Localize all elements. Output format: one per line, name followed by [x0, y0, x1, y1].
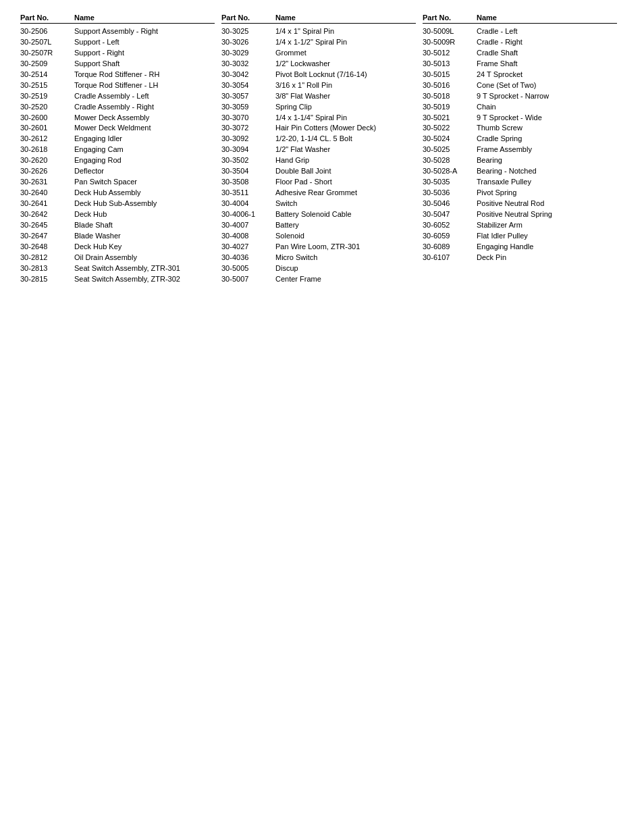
part-name: Blade Shaft	[74, 220, 113, 231]
table-row: 30-30573/8" Flat Washer	[221, 91, 416, 102]
part-name: Support - Left	[74, 37, 119, 48]
part-name: Battery Solenoid Cable	[275, 209, 352, 220]
table-row: 30-50219 T Sprocket - Wide	[423, 113, 617, 124]
table-row: 30-2509Support Shaft	[20, 59, 215, 70]
table-row: 30-5035Transaxle Pulley	[423, 177, 617, 188]
table-row: 30-5007Center Frame	[221, 274, 416, 285]
part-number: 30-4036	[221, 253, 275, 263]
part-name: Grommet	[275, 48, 306, 59]
part-number: 30-5021	[423, 113, 477, 124]
part-name: Frame Assembly	[477, 145, 532, 155]
part-number: 30-4008	[221, 231, 275, 242]
part-name: 9 T Sprocket - Narrow	[477, 91, 549, 102]
table-row: 30-3072Hair Pin Cotters (Mower Deck)	[221, 123, 416, 134]
table-row: 30-5022Thumb Screw	[423, 123, 617, 134]
table-row: 30-2515Torque Rod Stiffener - LH	[20, 80, 215, 91]
table-row: 30-3504Double Ball Joint	[221, 166, 416, 177]
table-row: 30-2618Engaging Cam	[20, 145, 215, 155]
table-row: 30-50189 T Sprocket - Narrow	[423, 91, 617, 102]
table-row: 30-2600Mower Deck Assembly	[20, 113, 215, 124]
part-number: 30-3042	[221, 70, 275, 80]
table-row: 30-2612Engaging Idler	[20, 134, 215, 145]
column-2: Part No.Name30-30251/4 x 1" Spiral Pin30…	[221, 14, 423, 285]
table-row: 30-2601Mower Deck Weldment	[20, 123, 215, 134]
part-name: 1/2-20, 1-1/4 CL. 5 Bolt	[275, 134, 352, 145]
table-row: 30-2631Pan Switch Spacer	[20, 177, 215, 188]
part-name: Solenoid	[275, 231, 304, 242]
part-number: 30-6107	[423, 253, 477, 263]
part-name: Spring Clip	[275, 102, 312, 113]
part-number: 30-2815	[20, 274, 74, 285]
part-number: 30-2601	[20, 123, 74, 134]
table-row: 30-2642Deck Hub	[20, 209, 215, 220]
part-number: 30-3057	[221, 91, 275, 102]
part-name: Frame Shaft	[477, 59, 518, 70]
table-row: 30-30543/16 x 1" Roll Pin	[221, 80, 416, 91]
table-row: 30-30921/2-20, 1-1/4 CL. 5 Bolt	[221, 134, 416, 145]
part-name: Support - Right	[74, 48, 124, 59]
part-name: Seat Switch Assembly, ZTR-301	[74, 263, 180, 274]
part-number: 30-2813	[20, 263, 74, 274]
part-number: 30-5013	[423, 59, 477, 70]
part-name: Pivot Spring	[477, 188, 516, 199]
table-row: 30-4007Battery	[221, 220, 416, 231]
table-row: 30-4036Micro Switch	[221, 253, 416, 263]
part-name: Cradle Assembly - Right	[74, 102, 154, 113]
table-row: 30-30321/2" Lockwasher	[221, 59, 416, 70]
table-row: 30-2626Deflector	[20, 166, 215, 177]
table-row: 30-5047Positive Neutral Spring	[423, 209, 617, 220]
part-number: 30-5018	[423, 91, 477, 102]
part-number: 30-5005	[221, 263, 275, 274]
part-name: Deck Hub Key	[74, 242, 122, 253]
table-row: 30-3059Spring Clip	[221, 102, 416, 113]
name-header: Name	[74, 14, 95, 22]
table-row: 30-6089Engaging Handle	[423, 242, 617, 253]
table-row: 30-4027Pan Wire Loom, ZTR-301	[221, 242, 416, 253]
parts-list: Part No.Name30-2506Support Assembly - Ri…	[20, 14, 624, 285]
part-name: Hand Grip	[275, 155, 309, 166]
part-name: Deck Hub Sub-Assembly	[74, 199, 157, 209]
part-number: 30-3511	[221, 188, 275, 199]
part-name: Deck Hub Assembly	[74, 188, 140, 199]
part-number: 30-4004	[221, 199, 275, 209]
table-row: 30-2507LSupport - Left	[20, 37, 215, 48]
table-row: 30-2514Torque Rod Stiffener - RH	[20, 70, 215, 80]
table-row: 30-2520Cradle Assembly - Right	[20, 102, 215, 113]
part-number: 30-2647	[20, 231, 74, 242]
part-number: 30-5019	[423, 102, 477, 113]
part-name: 1/2" Lockwasher	[275, 59, 330, 70]
part-number: 30-3508	[221, 177, 275, 188]
table-row: 30-30941/2" Flat Washer	[221, 145, 416, 155]
part-name: Cone (Set of Two)	[477, 80, 536, 91]
part-number: 30-4007	[221, 220, 275, 231]
part-name: Positive Neutral Rod	[477, 199, 544, 209]
table-row: 30-3511Adhesive Rear Grommet	[221, 188, 416, 199]
part-name: Pan Switch Spacer	[74, 177, 137, 188]
part-name: Thumb Screw	[477, 123, 522, 134]
part-name: Bearing	[477, 155, 502, 166]
part-number: 30-2612	[20, 134, 74, 145]
part-name: Deflector	[74, 166, 104, 177]
part-number: 30-2600	[20, 113, 74, 124]
table-row: 30-2812Oil Drain Assembly	[20, 253, 215, 263]
table-row: 30-6059Flat Idler Pulley	[423, 231, 617, 242]
part-number: 30-2509	[20, 59, 74, 70]
part-no-header: Part No.	[20, 14, 74, 22]
table-row: 30-3029Grommet	[221, 48, 416, 59]
part-number: 30-3025	[221, 26, 275, 37]
part-number: 30-5035	[423, 177, 477, 188]
part-number: 30-4006-1	[221, 209, 275, 220]
part-number: 30-2812	[20, 253, 74, 263]
part-name: Cradle Shaft	[477, 48, 518, 59]
part-number: 30-3059	[221, 102, 275, 113]
table-row: 30-4008Solenoid	[221, 231, 416, 242]
table-row: 30-2620Engaging Rod	[20, 155, 215, 166]
part-number: 30-2507R	[20, 48, 74, 59]
part-number: 30-5015	[423, 70, 477, 80]
part-name: Engaging Cam	[74, 145, 124, 155]
table-row: 30-30701/4 x 1-1/4" Spiral Pin	[221, 113, 416, 124]
column-3: Part No.Name30-5009LCradle - Left30-5009…	[423, 14, 624, 263]
part-name: Flat Idler Pulley	[477, 231, 528, 242]
table-row: 30-3502Hand Grip	[221, 155, 416, 166]
part-name: Adhesive Rear Grommet	[275, 188, 357, 199]
